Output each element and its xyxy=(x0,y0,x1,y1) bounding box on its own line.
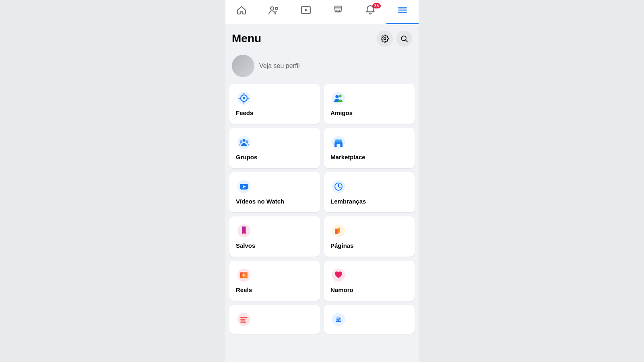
grid-item-amigos[interactable]: Amigos xyxy=(324,84,415,124)
marketplace-icon xyxy=(330,134,347,150)
amigos-icon xyxy=(330,90,347,106)
avatar xyxy=(232,55,254,77)
nav-marketplace[interactable] xyxy=(322,0,354,24)
reels-label: Reels xyxy=(236,286,314,293)
grid-item-videos[interactable]: Vídeos no Watch xyxy=(229,172,320,212)
grid-item-more1[interactable] xyxy=(229,305,320,334)
profile-text: Veja seu perfil xyxy=(259,62,300,70)
videos-label: Vídeos no Watch xyxy=(236,198,314,205)
salvos-label: Salvos xyxy=(236,242,314,249)
svg-point-8 xyxy=(384,38,386,40)
svg-rect-47 xyxy=(240,319,246,321)
paginas-label: Páginas xyxy=(330,242,408,249)
grid-item-lembranças[interactable]: Lembranças xyxy=(324,172,415,212)
menu-title: Menu xyxy=(232,32,261,45)
top-nav: 35 xyxy=(225,0,419,24)
more2-icon xyxy=(330,311,347,327)
nav-menu[interactable] xyxy=(386,0,419,24)
menu-panel: Menu Veja seu perfil xyxy=(225,24,419,338)
svg-point-19 xyxy=(335,95,339,98)
grupos-label: Grupos xyxy=(236,154,314,160)
grid-item-feeds[interactable]: Feeds xyxy=(229,84,320,124)
nav-watch[interactable] xyxy=(290,0,322,24)
grid-item-namoro[interactable]: Namoro xyxy=(324,261,415,301)
marketplace-label: Marketplace xyxy=(330,154,408,160)
svg-point-18 xyxy=(332,92,345,105)
lembranças-icon xyxy=(330,179,347,195)
grid-item-salvos[interactable]: Salvos xyxy=(229,216,320,257)
svg-point-13 xyxy=(243,97,245,99)
svg-point-23 xyxy=(240,140,242,143)
grid-item-marketplace[interactable]: Marketplace xyxy=(324,128,415,168)
svg-rect-4 xyxy=(337,10,340,12)
svg-point-22 xyxy=(242,139,245,142)
videos-icon xyxy=(236,179,252,195)
watch-icon xyxy=(301,5,311,18)
svg-point-1 xyxy=(275,7,278,10)
home-icon xyxy=(236,5,247,18)
namoro-icon xyxy=(330,267,347,283)
menu-header-actions xyxy=(377,31,412,47)
nav-home[interactable] xyxy=(225,0,258,24)
svg-point-21 xyxy=(237,136,250,149)
svg-rect-46 xyxy=(240,317,248,319)
nav-notifications[interactable]: 35 xyxy=(354,0,386,24)
nav-friends[interactable] xyxy=(258,0,290,24)
friends-icon xyxy=(268,5,279,18)
grid-item-paginas[interactable]: Páginas xyxy=(324,216,415,257)
svg-rect-43 xyxy=(240,272,248,274)
svg-rect-27 xyxy=(337,144,341,147)
namoro-label: Namoro xyxy=(330,286,408,293)
paginas-icon xyxy=(330,223,347,239)
grid-item-more2[interactable] xyxy=(324,305,415,334)
grupos-icon xyxy=(236,134,252,150)
menu-header: Menu xyxy=(225,24,419,50)
menu-grid: Feeds Amigos xyxy=(225,84,419,338)
svg-marker-3 xyxy=(305,8,308,12)
svg-point-0 xyxy=(270,7,274,10)
svg-point-20 xyxy=(339,95,341,97)
svg-point-24 xyxy=(246,140,248,143)
store-icon xyxy=(333,5,343,18)
grid-item-reels[interactable]: Reels xyxy=(229,261,320,301)
profile-section[interactable]: Veja seu perfil xyxy=(225,50,419,84)
svg-rect-38 xyxy=(335,229,338,234)
menu-icon xyxy=(397,5,408,18)
grid-item-grupos[interactable]: Grupos xyxy=(229,128,320,168)
search-button[interactable] xyxy=(396,31,412,47)
more1-icon xyxy=(236,311,252,327)
amigos-label: Amigos xyxy=(330,109,408,116)
salvos-icon xyxy=(236,223,252,239)
notification-badge: 35 xyxy=(372,3,381,8)
svg-line-10 xyxy=(406,40,408,42)
feeds-icon xyxy=(236,90,252,106)
lembranças-label: Lembranças xyxy=(330,198,408,205)
svg-rect-48 xyxy=(240,321,246,323)
settings-button[interactable] xyxy=(377,31,393,47)
feeds-label: Feeds xyxy=(236,109,314,116)
app-container: 35 Menu xyxy=(225,0,419,362)
svg-rect-31 xyxy=(241,189,247,190)
reels-icon xyxy=(236,267,252,283)
